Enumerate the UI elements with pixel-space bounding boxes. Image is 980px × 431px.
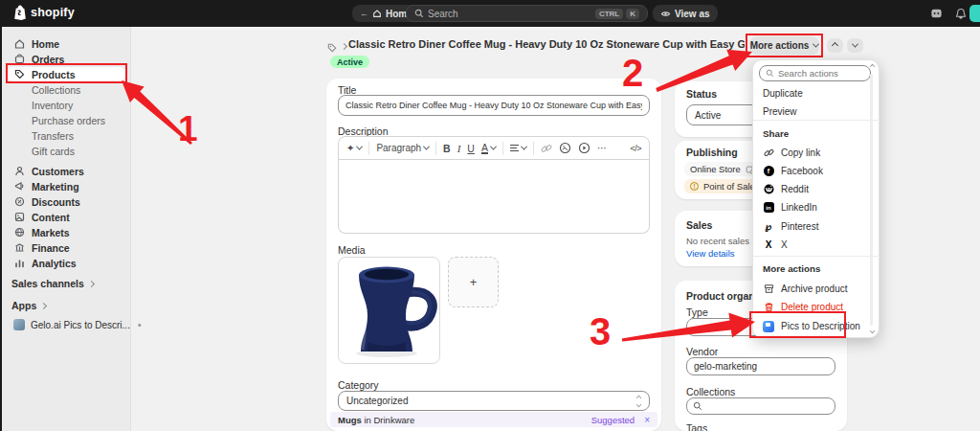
menu-item-archive-product[interactable]: Archive product — [753, 281, 874, 297]
toolbar-divider — [533, 142, 534, 155]
back-arrow-icon: ← — [360, 9, 368, 18]
tags-label: Tags — [686, 422, 707, 431]
code-view-button[interactable]: </> — [630, 144, 641, 153]
view-as-button[interactable]: View as — [653, 5, 718, 22]
duplicate-label: Duplicate — [763, 88, 803, 99]
image-icon — [559, 142, 571, 154]
toolbar-divider — [435, 142, 436, 155]
category-select[interactable]: Uncategorized — [338, 391, 650, 411]
previous-product-button[interactable] — [827, 38, 843, 53]
dropdown-scrollbar[interactable] — [870, 74, 873, 326]
sidebar-apps[interactable]: Apps — [11, 300, 46, 311]
sidebar-sales-channels[interactable]: Sales channels — [11, 278, 94, 289]
sidebar-item-markets[interactable]: Markets — [6, 225, 126, 239]
menu-item-x[interactable]: X X — [753, 237, 874, 253]
italic-button[interactable]: I — [457, 143, 461, 154]
annotation-box-more-actions — [746, 34, 823, 57]
status-value: Active — [695, 110, 721, 121]
gelo-app-label: Gelo.ai Pics to Descri... — [31, 320, 130, 330]
product-details-card: Title Description ✦ Paragraph B I U A ⋯ … — [326, 79, 661, 431]
notifications-bell-icon[interactable] — [953, 6, 969, 21]
sidebar-item-label: Purchase orders — [32, 115, 105, 126]
point-of-sale-label: Point of Sale — [703, 181, 755, 192]
sidebar-item-finance[interactable]: Finance — [6, 240, 126, 255]
insert-image-button[interactable] — [559, 142, 571, 154]
sidebar-item-content[interactable]: Content — [6, 210, 126, 224]
sidebar-item-home[interactable]: Home — [6, 36, 126, 51]
insert-link-button[interactable] — [541, 143, 552, 154]
menu-item-linkedin[interactable]: in LinkedIn — [753, 199, 874, 216]
annotation-number-1: 1 — [178, 109, 198, 149]
topbar-search-placeholder: Search — [428, 9, 458, 19]
category-value: Uncategorized — [346, 396, 408, 406]
menu-item-facebook[interactable]: f Facebook — [753, 163, 874, 179]
insert-video-button[interactable] — [578, 142, 590, 154]
underline-button[interactable]: U — [467, 143, 475, 154]
scroll-up-icon[interactable] — [870, 64, 875, 69]
text-color-button[interactable]: A — [481, 143, 496, 154]
sidebar-item-label: Collections — [32, 84, 80, 96]
sidebar-item-analytics[interactable]: Analytics — [6, 256, 126, 270]
facebook-label: Facebook — [781, 166, 823, 176]
richtext-toolbar: ✦ Paragraph B I U A ⋯ </> — [338, 136, 650, 160]
menu-item-preview[interactable]: Preview — [753, 103, 874, 120]
product-media-thumbnail[interactable] — [338, 257, 440, 364]
preview-label: Preview — [763, 106, 797, 117]
menu-item-reddit[interactable]: Reddit — [753, 181, 874, 197]
sidebar-item-label: Analytics — [32, 258, 77, 269]
topbar-search-bar[interactable]: Search CTRL K — [406, 5, 648, 22]
sidebar-item-label: Transfers — [32, 130, 74, 142]
chevron-up-icon — [832, 42, 838, 49]
sidebar-item-marketing[interactable]: Marketing — [6, 179, 126, 193]
window-edge — [0, 27, 2, 431]
warning-icon: ! — [690, 182, 699, 191]
status-badge: Active — [330, 56, 369, 68]
annotation-box-pics-to-description — [749, 311, 846, 338]
discounts-icon — [13, 195, 26, 208]
sidebar-item-inventory[interactable]: Inventory — [6, 98, 126, 112]
sidebar-item-collections[interactable]: Collections — [6, 82, 126, 97]
copy-link-icon — [763, 147, 774, 158]
bold-button[interactable]: B — [443, 143, 451, 154]
collections-search-input[interactable] — [686, 397, 835, 415]
actions-search-field[interactable] — [759, 65, 871, 81]
add-media-button[interactable]: + — [448, 257, 499, 307]
menu-item-copy-link[interactable]: Copy link — [753, 145, 874, 161]
annotation-number-2: 2 — [622, 52, 643, 95]
color-a-icon: A — [481, 143, 488, 154]
ai-magic-button[interactable]: ✦ — [346, 143, 362, 153]
menu-item-duplicate[interactable]: Duplicate — [753, 85, 874, 102]
markets-globe-icon — [13, 226, 26, 238]
alignment-button[interactable] — [510, 145, 526, 151]
paragraph-style-dropdown[interactable]: Paragraph — [376, 143, 429, 153]
sidebar-item-transfers[interactable]: Transfers — [6, 128, 126, 143]
view-details-link[interactable]: View details — [686, 248, 735, 259]
dismiss-suggestion-button[interactable]: × — [644, 415, 650, 425]
sidebar-item-gelo-app[interactable]: Gelo.ai Pics to Descri... • — [6, 319, 126, 330]
next-product-button[interactable] — [847, 38, 863, 53]
vendor-label: Vendor — [686, 346, 718, 357]
sidebar-item-purchase-orders[interactable]: Purchase orders — [6, 113, 126, 127]
k-key: K — [626, 9, 639, 19]
actions-search-input[interactable] — [778, 68, 855, 79]
sidebar-item-customers[interactable]: Customers — [6, 164, 126, 178]
shopify-admin-window: shopify ← Home Search CTRL K View as — [0, 0, 980, 431]
sidebar-item-discounts[interactable]: Discounts — [6, 194, 126, 209]
chevron-down-icon — [423, 144, 430, 150]
search-icon — [766, 69, 774, 78]
plus-icon: + — [470, 275, 478, 289]
description-editor[interactable] — [338, 159, 650, 234]
archive-icon — [763, 284, 774, 294]
sidebar-item-gift-cards[interactable]: Gift cards — [6, 144, 126, 158]
user-avatar[interactable] — [969, 5, 980, 22]
suggested-badge: Suggested — [591, 415, 635, 425]
facebook-icon: f — [763, 166, 774, 176]
shopify-bag-icon — [12, 5, 27, 20]
more-formatting-button[interactable]: ⋯ — [597, 143, 607, 153]
vendor-input[interactable] — [686, 357, 835, 375]
menu-item-pinterest[interactable]: ℘ Pinterest — [753, 218, 874, 235]
title-input[interactable] — [338, 95, 650, 116]
collections-label: Collections — [686, 386, 735, 397]
help-chat-icon[interactable] — [928, 6, 944, 21]
link-icon — [541, 143, 552, 154]
